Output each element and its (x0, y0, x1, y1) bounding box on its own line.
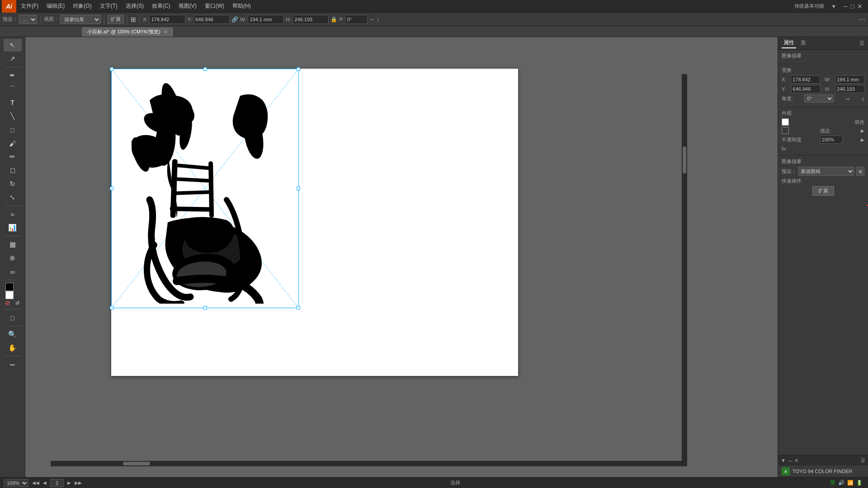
select-tool[interactable]: ↖ (4, 39, 22, 52)
pencil-tool[interactable]: ✏ (4, 150, 22, 163)
menu-text[interactable]: 文字(T) (96, 1, 121, 11)
tab-close-btn[interactable]: ✕ (164, 29, 168, 34)
menu-window[interactable]: 窗口(W) (201, 1, 228, 11)
direct-select-tool[interactable]: ↗ (4, 52, 22, 65)
nav-last-icon[interactable]: ▶▶ (75, 480, 82, 485)
x-prop-input[interactable] (791, 75, 820, 84)
flip-v-icon[interactable]: ↕ (377, 16, 379, 23)
ime-icon[interactable]: 英 (830, 479, 835, 487)
warp-tool[interactable]: ≈ (4, 208, 22, 221)
rotate-tool[interactable]: ↻ (4, 178, 22, 190)
y-input[interactable] (193, 15, 230, 24)
properties-tab[interactable]: 属性 (782, 38, 796, 48)
type-tool[interactable]: T (4, 96, 22, 109)
minimize-icon[interactable]: — (788, 458, 793, 463)
mesh-tool[interactable]: ⊕ (4, 252, 22, 264)
file-tab[interactable]: 小目标.ai* @ 100% (CMYK/预览) ✕ (81, 27, 174, 37)
collapse-icon[interactable]: ▼ (781, 458, 786, 463)
eraser-tool[interactable]: ◻ (4, 164, 22, 177)
fill-color[interactable] (5, 283, 14, 291)
bottom-panel-container: ▼ — ✕ ☰ S TOYO 94 COLOR FINDER (778, 455, 868, 477)
preset-label: 预设： (3, 16, 18, 23)
hand-tool[interactable]: ✋ (4, 342, 22, 354)
trace-options-btn[interactable]: ⊞ (856, 167, 864, 176)
window-close-btn[interactable]: ✕ (857, 3, 863, 10)
panel-menu-icon-2[interactable]: ☰ (861, 458, 865, 464)
vertical-scrollbar[interactable] (682, 74, 687, 461)
none-swatch[interactable]: ⊘ (4, 298, 12, 307)
w-prop-input[interactable] (835, 75, 864, 84)
blend-tool[interactable]: ∞ (4, 265, 22, 278)
h-prop-input[interactable] (835, 85, 864, 93)
x-prop-label: X: (782, 77, 786, 82)
grid-icon[interactable]: ⊞ (131, 16, 136, 23)
svg-rect-7 (172, 190, 213, 195)
stroke-color[interactable] (5, 291, 14, 299)
flip-v-prop-icon[interactable]: ↕ (861, 95, 864, 102)
graph-tool[interactable]: 📊 (4, 221, 22, 234)
menu-effect[interactable]: 效果(C) (148, 1, 174, 11)
curvature-tool[interactable]: ⌒ (4, 83, 22, 95)
stroke-arrow-icon: ▶ (861, 128, 864, 133)
library-tab[interactable]: 库 (799, 38, 808, 48)
preset-select[interactable]: ... (19, 15, 37, 24)
tray-icon-3: 🔋 (856, 480, 863, 486)
menu-file[interactable]: 文件(F) (17, 1, 42, 11)
horizontal-scrollbar[interactable] (51, 461, 687, 466)
workspace-dropdown-icon[interactable]: ▼ (829, 3, 839, 10)
rotate-input[interactable] (345, 15, 368, 24)
swap-colors[interactable]: ⇄ (13, 298, 22, 307)
line-tool[interactable]: ╲ (4, 110, 22, 122)
zoom-tool[interactable]: 🔍 (4, 328, 22, 341)
menu-object[interactable]: 对象(O) (69, 1, 95, 11)
angle-select[interactable]: 0° (804, 94, 834, 103)
menu-edit[interactable]: 编辑(E) (43, 1, 68, 11)
close-panel-icon[interactable]: ✕ (794, 458, 798, 464)
paintbrush-tool[interactable]: 🖌 (4, 137, 22, 150)
page-input[interactable] (50, 479, 64, 487)
view-select[interactable]: 描摹结果 (60, 15, 101, 24)
w-input[interactable] (248, 15, 284, 24)
tab-filename: 小目标.ai* @ 100% (CMYK/预览) (87, 28, 160, 35)
screen-mode[interactable]: □ (4, 311, 22, 324)
y-prop-input[interactable] (791, 85, 821, 93)
workspace-selector[interactable]: 传统基本功能 ▼ (792, 2, 839, 10)
status-bar: 100% ◀◀ ◀ ▶ ▶▶ 选择 英 🔊 📶 🔋 (0, 477, 868, 488)
rectangle-tool[interactable]: □ (4, 123, 22, 136)
scroll-thumb-v[interactable] (683, 146, 686, 174)
workspace-label[interactable]: 传统基本功能 (792, 2, 827, 10)
menu-view[interactable]: 视图(V) (175, 1, 200, 11)
x-input[interactable] (149, 15, 185, 24)
lock-ratio-icon[interactable]: 🔒 (330, 16, 337, 23)
h-input[interactable] (292, 15, 329, 24)
trace-preset-select[interactable]: 素描图稿 (798, 167, 854, 176)
scale-tool[interactable]: ⤡ (4, 191, 22, 204)
more-options-icon[interactable]: ⋯ (859, 16, 865, 23)
more-tools[interactable]: ••• (4, 358, 22, 371)
nav-forward-icon[interactable]: ▶ (67, 480, 71, 485)
zoom-select[interactable]: 100% (4, 479, 28, 487)
flip-h-icon[interactable]: ↔ (369, 16, 375, 23)
expand-button[interactable]: 扩展 (108, 15, 124, 24)
calligraphy-image (113, 73, 297, 304)
panel-menu-icon[interactable]: ☰ (859, 40, 864, 47)
pen-tool[interactable]: ✒ (4, 69, 22, 82)
menu-select[interactable]: 选择(S) (122, 1, 147, 11)
nav-prev-icon[interactable]: ◀◀ (32, 480, 39, 485)
window-minimize-btn[interactable]: ─ (844, 3, 848, 10)
stroke-swatch[interactable] (782, 127, 789, 134)
nav-back-icon[interactable]: ◀ (43, 480, 47, 485)
panel-expand-button[interactable]: 扩展 (812, 186, 834, 196)
window-maximize-btn[interactable]: □ (851, 3, 854, 10)
fx-label: fx: (782, 146, 787, 151)
opacity-arrow-icon[interactable]: ▶ (861, 137, 864, 142)
opacity-input[interactable] (820, 136, 843, 144)
menu-help[interactable]: 帮助(H) (229, 1, 255, 11)
flip-h-prop-icon[interactable]: ↔ (844, 95, 850, 102)
scroll-thumb-h[interactable] (123, 462, 150, 465)
angle-prop-label: 角度: (782, 95, 793, 102)
gradient-tool[interactable]: ▦ (4, 238, 22, 251)
tool-separator-6 (5, 326, 21, 326)
canvas-area[interactable] (25, 37, 778, 477)
fill-swatch[interactable] (782, 118, 789, 126)
